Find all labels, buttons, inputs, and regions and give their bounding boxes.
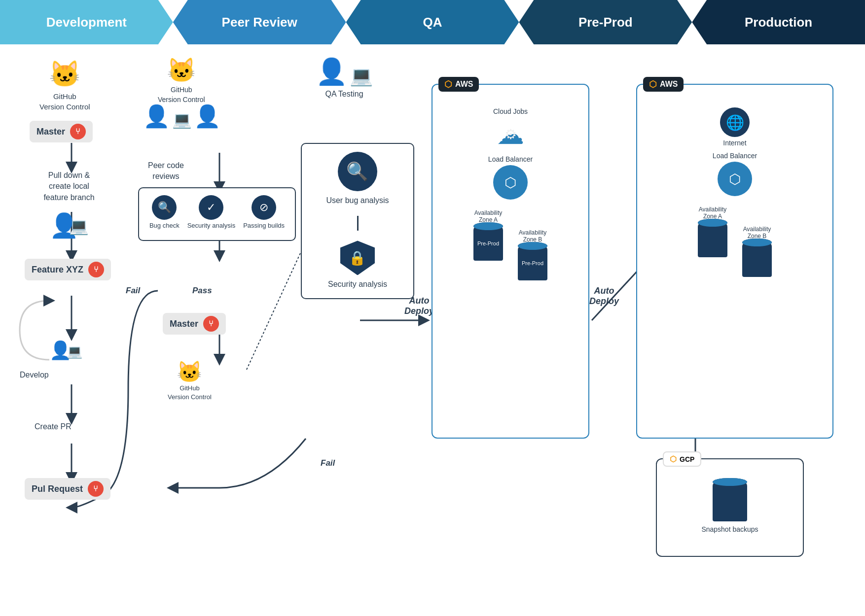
peer-check-panel: 🔍 Bug check ✓ Security analysis ⊘ Passin… bbox=[138, 187, 296, 241]
dev-feature-merge-icon: ⑂ bbox=[88, 262, 104, 277]
dev-create-pr-label: Create PR bbox=[35, 421, 72, 432]
preprod-label: Pre-Prod bbox=[578, 15, 633, 30]
peer-persons: 👤 💻 👤 bbox=[143, 103, 221, 129]
prod-gcp-content: Snapshot backups bbox=[665, 482, 795, 533]
check-icons-row: 🔍 Bug check ✓ Security analysis ⊘ Passin… bbox=[149, 195, 285, 229]
preprod-gear-icon: ⚙ bbox=[505, 126, 517, 142]
dev-feature-label: Feature XYZ bbox=[32, 265, 83, 275]
peer-github-bottom: 🐱 GitHubVersion Control bbox=[168, 360, 212, 402]
peer-master-label: Master bbox=[170, 319, 198, 329]
dev-master-badge: Master ⑂ bbox=[30, 121, 93, 142]
qa-testing-label: QA Testing bbox=[325, 89, 363, 100]
qa-bug-item: 🔍 User bug analysis bbox=[326, 152, 389, 206]
prod-zone-b-label: AvailabilityZone B bbox=[743, 226, 771, 240]
qa-bug-label: User bug analysis bbox=[326, 195, 389, 206]
dev-master-label: Master bbox=[36, 127, 65, 137]
preprod-zones: AvailabilityZone A Pre-Prod Availability… bbox=[440, 209, 580, 280]
preprod-lb: Load Balancer ⬡ bbox=[440, 155, 580, 200]
peer-github-bottom-icon: 🐱 bbox=[177, 360, 202, 384]
prod-zone-b-db bbox=[742, 242, 772, 277]
prod-label: Production bbox=[745, 15, 812, 30]
dev-pr-label: Pul Request bbox=[32, 484, 83, 494]
prod-gcp-box: ⬡ GCP Snapshot backups bbox=[656, 458, 804, 557]
header-banner: Development Peer Review QA Pre-Prod Prod… bbox=[0, 0, 865, 44]
preprod-auto-deploy-label: AutoDeploy bbox=[589, 286, 619, 307]
peer-pass-label: Pass bbox=[192, 286, 212, 296]
dev-master-merge-icon: ⑂ bbox=[70, 124, 86, 139]
dev-pulldown-text: Pull down &create localfeature branch bbox=[20, 170, 118, 203]
peer-github-label: GitHubVersion Control bbox=[158, 85, 205, 104]
preprod-aws-icon: ⬡ bbox=[444, 79, 452, 90]
dev-pr-merge-icon: ⑂ bbox=[88, 481, 104, 497]
qa-fail-label: Fail bbox=[321, 458, 335, 468]
dev-github-label: GitHubVersion Control bbox=[39, 91, 90, 112]
prod-lb: Load Balancer ⬡ bbox=[645, 152, 825, 196]
peer-person1-icon: 👤 bbox=[143, 103, 170, 129]
bug-check-label: Bug check bbox=[149, 222, 180, 229]
prod-zone-a: AvailabilityZone A bbox=[698, 206, 727, 277]
qa-separator bbox=[357, 216, 359, 231]
peer-person2-icon: 👤 bbox=[194, 103, 221, 129]
preprod-zone-a-label: AvailabilityZone A bbox=[474, 209, 502, 223]
peer-review-label: Peer codereviews bbox=[148, 160, 184, 182]
prod-gcp-label: GCP bbox=[680, 455, 694, 463]
preprod-cloud-icon-group: ☁ ⚙ bbox=[497, 118, 524, 150]
preprod-zone-a-db-label: Pre-Prod bbox=[477, 240, 499, 246]
peer-label: Peer Review bbox=[222, 15, 297, 30]
prod-gcp-badge: ⬡ GCP bbox=[663, 451, 701, 467]
preprod-aws-box: ⬡ AWS Cloud Jobs ☁ ⚙ Load Balancer ⬡ Ava… bbox=[432, 84, 589, 439]
prod-snapshot-label: Snapshot backups bbox=[701, 525, 758, 533]
prod-globe-icon: 🌐 bbox=[720, 107, 750, 137]
main-content: 🐱 GitHubVersion Control Master ⑂ Pull do… bbox=[0, 44, 865, 616]
preprod-cloud-jobs: Cloud Jobs ☁ ⚙ bbox=[440, 107, 580, 150]
preprod-aws-label: AWS bbox=[455, 80, 473, 89]
prod-lb-icon: ⬡ bbox=[718, 162, 752, 196]
preprod-zone-b: AvailabilityZone B Pre-Prod bbox=[518, 229, 547, 280]
prod-aws-label: AWS bbox=[660, 80, 678, 89]
prod-zones: AvailabilityZone A AvailabilityZone B bbox=[645, 206, 825, 277]
prod-zone-b: AvailabilityZone B bbox=[742, 226, 772, 277]
security-analysis-label: Security analysis bbox=[187, 222, 236, 229]
prod-lb-label: Load Balancer bbox=[713, 152, 757, 160]
qa-person-group: 👤 💻 bbox=[316, 57, 373, 87]
qa-label: QA bbox=[423, 15, 442, 30]
peer-master-merge-icon: ⑂ bbox=[203, 316, 219, 332]
preprod-cloud-label: Cloud Jobs bbox=[493, 107, 528, 115]
dev-develop-label: Develop bbox=[20, 370, 49, 380]
passing-builds-icon: ⊘ bbox=[252, 195, 276, 220]
dev-label: Development bbox=[46, 15, 127, 30]
qa-security-item: 🔒 Security analysis bbox=[328, 240, 387, 290]
bug-check-icon: 🔍 bbox=[152, 195, 177, 220]
prod-zone-a-label: AvailabilityZone A bbox=[699, 206, 726, 220]
header-prod: Production bbox=[692, 0, 865, 44]
peer-github-bottom-label: GitHubVersion Control bbox=[168, 384, 212, 402]
passing-builds-label: Passing builds bbox=[243, 222, 285, 229]
qa-laptop-icon: 💻 bbox=[350, 65, 373, 87]
svg-line-8 bbox=[247, 241, 306, 370]
preprod-zone-b-db: Pre-Prod bbox=[518, 246, 547, 280]
preprod-zone-a-db: Pre-Prod bbox=[473, 226, 503, 261]
qa-auto-deploy-label: AutoDeploy bbox=[404, 296, 434, 316]
prod-internet: 🌐 Internet bbox=[645, 107, 825, 147]
header-dev: Development bbox=[0, 0, 173, 44]
peer-github: 🐱 GitHubVersion Control bbox=[158, 57, 205, 104]
preprod-zone-a: AvailabilityZone A Pre-Prod bbox=[473, 209, 503, 280]
prod-aws-badge: ⬡ AWS bbox=[643, 77, 684, 92]
dev-pr-badge: Pul Request ⑂ bbox=[25, 478, 110, 500]
peer-fail-label: Fail bbox=[126, 286, 140, 296]
dev-github: 🐱 GitHubVersion Control bbox=[39, 59, 90, 112]
header-peer: Peer Review bbox=[173, 0, 346, 44]
preprod-lb-icon: ⬡ bbox=[493, 165, 528, 200]
qa-security-icon: 🔒 bbox=[340, 240, 375, 275]
qa-security-label: Security analysis bbox=[328, 279, 387, 290]
prod-internet-label: Internet bbox=[723, 139, 746, 147]
preprod-lb-label: Load Balancer bbox=[488, 155, 533, 163]
preprod-zone-b-label: AvailabilityZone B bbox=[519, 229, 546, 243]
dev-laptop-icon: 💻 bbox=[69, 217, 89, 236]
security-analysis-icon: ✓ bbox=[199, 195, 223, 220]
qa-person-icon: 👤 bbox=[316, 57, 348, 87]
header-qa: QA bbox=[346, 0, 519, 44]
qa-testing: 👤 💻 QA Testing bbox=[316, 57, 373, 100]
peer-github-icon: 🐱 bbox=[167, 57, 196, 84]
security-analysis-item: ✓ Security analysis bbox=[187, 195, 236, 229]
